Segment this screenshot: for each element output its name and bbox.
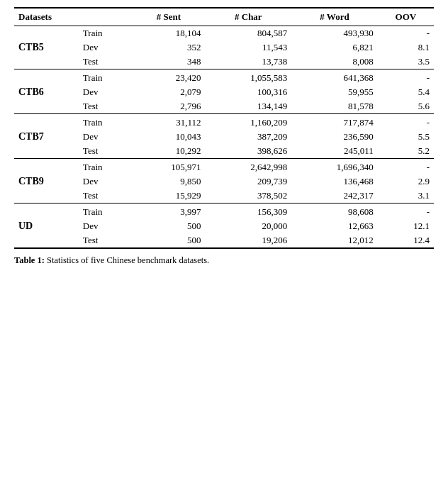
oov-cell: 3.1 <box>378 189 434 204</box>
sent-cell: 352 <box>132 40 205 55</box>
word-cell: 12,663 <box>291 219 378 233</box>
char-cell: 2,642,998 <box>205 159 291 175</box>
table-row: CTB7Train31,1121,160,209717,874- <box>14 114 434 130</box>
split-name-cell: Test <box>79 55 132 69</box>
col-header-oov: OOV <box>378 8 434 26</box>
col-header-char: # Char <box>205 8 291 26</box>
word-cell: 8,008 <box>291 55 378 69</box>
oov-cell: - <box>378 159 434 175</box>
oov-cell: 12.4 <box>378 233 434 248</box>
sent-cell: 105,971 <box>132 159 205 175</box>
sent-cell: 18,104 <box>132 26 205 41</box>
split-name-cell: Dev <box>79 130 132 144</box>
table-header-row: Datasets # Sent # Char # Word OOV <box>14 8 434 26</box>
oov-cell: - <box>378 204 434 220</box>
dataset-name-cell: CTB7 <box>14 114 79 159</box>
split-name-cell: Dev <box>79 219 132 233</box>
char-cell: 804,587 <box>205 26 291 41</box>
oov-cell: 12.1 <box>378 219 434 233</box>
word-cell: 59,955 <box>291 85 378 99</box>
oov-cell: 5.5 <box>378 130 434 144</box>
word-cell: 245,011 <box>291 144 378 159</box>
word-cell: 493,930 <box>291 26 378 41</box>
char-cell: 20,000 <box>205 219 291 233</box>
split-name-cell: Train <box>79 159 132 175</box>
char-cell: 1,160,209 <box>205 114 291 130</box>
table-row: UDTrain3,997156,30998,608- <box>14 204 434 220</box>
dataset-name-cell: CTB9 <box>14 159 79 204</box>
oov-cell: 3.5 <box>378 55 434 69</box>
dataset-name-cell: CTB6 <box>14 69 79 114</box>
oov-cell: 5.6 <box>378 99 434 114</box>
table-row: CTB9Train105,9712,642,9981,696,340- <box>14 159 434 175</box>
sent-cell: 348 <box>132 55 205 69</box>
split-name-cell: Train <box>79 114 132 130</box>
col-header-word: # Word <box>291 8 378 26</box>
sent-cell: 500 <box>132 233 205 248</box>
sent-cell: 31,112 <box>132 114 205 130</box>
char-cell: 378,502 <box>205 189 291 204</box>
sent-cell: 15,929 <box>132 189 205 204</box>
sent-cell: 9,850 <box>132 174 205 189</box>
char-cell: 209,739 <box>205 174 291 189</box>
char-cell: 134,149 <box>205 99 291 114</box>
split-name-cell: Train <box>79 204 132 220</box>
split-name-cell: Dev <box>79 174 132 189</box>
char-cell: 11,543 <box>205 40 291 55</box>
split-name-cell: Dev <box>79 40 132 55</box>
sent-cell: 10,292 <box>132 144 205 159</box>
oov-cell: - <box>378 69 434 86</box>
word-cell: 98,608 <box>291 204 378 220</box>
caption-label: Table 1: <box>14 255 45 265</box>
word-cell: 81,578 <box>291 99 378 114</box>
sent-cell: 2,796 <box>132 99 205 114</box>
char-cell: 13,738 <box>205 55 291 69</box>
table-caption: Table 1: Statistics of five Chinese benc… <box>14 255 434 267</box>
word-cell: 6,821 <box>291 40 378 55</box>
split-name-cell: Train <box>79 26 132 41</box>
split-name-cell: Dev <box>79 85 132 99</box>
split-name-cell: Test <box>79 144 132 159</box>
oov-cell: - <box>378 26 434 41</box>
word-cell: 1,696,340 <box>291 159 378 175</box>
char-cell: 100,316 <box>205 85 291 99</box>
word-cell: 242,317 <box>291 189 378 204</box>
char-cell: 19,206 <box>205 233 291 248</box>
char-cell: 387,209 <box>205 130 291 144</box>
sent-cell: 23,420 <box>132 69 205 86</box>
dataset-name-cell: CTB5 <box>14 26 79 69</box>
oov-cell: 5.2 <box>378 144 434 159</box>
word-cell: 136,468 <box>291 174 378 189</box>
caption-text: Statistics of five Chinese benchmark dat… <box>45 255 209 265</box>
word-cell: 641,368 <box>291 69 378 86</box>
sent-cell: 3,997 <box>132 204 205 220</box>
char-cell: 398,626 <box>205 144 291 159</box>
split-name-cell: Train <box>79 69 132 86</box>
split-name-cell: Test <box>79 233 132 248</box>
table-row: CTB5Train18,104804,587493,930- <box>14 26 434 41</box>
oov-cell: 2.9 <box>378 174 434 189</box>
col-header-sent: # Sent <box>132 8 205 26</box>
table-row: CTB6Train23,4201,055,583641,368- <box>14 69 434 86</box>
sent-cell: 500 <box>132 219 205 233</box>
char-cell: 1,055,583 <box>205 69 291 86</box>
word-cell: 236,590 <box>291 130 378 144</box>
split-name-cell: Test <box>79 189 132 204</box>
word-cell: 12,012 <box>291 233 378 248</box>
col-header-datasets: Datasets <box>14 8 132 26</box>
sent-cell: 2,079 <box>132 85 205 99</box>
word-cell: 717,874 <box>291 114 378 130</box>
char-cell: 156,309 <box>205 204 291 220</box>
split-name-cell: Test <box>79 99 132 114</box>
dataset-name-cell: UD <box>14 204 79 249</box>
oov-cell: 8.1 <box>378 40 434 55</box>
sent-cell: 10,043 <box>132 130 205 144</box>
table-container: Datasets # Sent # Char # Word OOV CTB5Tr… <box>14 7 434 267</box>
data-table: Datasets # Sent # Char # Word OOV CTB5Tr… <box>14 7 434 249</box>
oov-cell: 5.4 <box>378 85 434 99</box>
oov-cell: - <box>378 114 434 130</box>
